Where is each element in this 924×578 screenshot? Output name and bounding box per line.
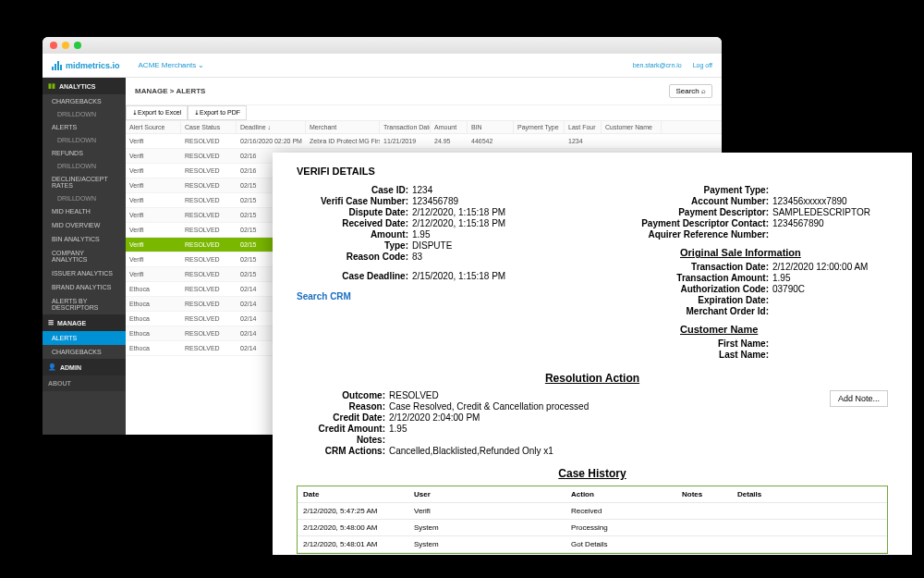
column-header[interactable]: Deadline ↓ — [237, 121, 306, 133]
sidebar-item[interactable]: DRILLDOWN — [43, 160, 126, 172]
table-cell: RESOLVED — [181, 341, 237, 355]
column-header[interactable]: Transaction Date — [380, 121, 431, 133]
original-sale-heading: Original Sale Information — [680, 247, 888, 258]
column-header[interactable]: Alert Source — [126, 121, 181, 133]
payment-type-value — [772, 185, 888, 195]
sidebar-item[interactable]: COMPANY ANALYTICS — [43, 246, 126, 266]
last-name-label: Last Name: — [615, 350, 772, 360]
history-cell: Got Details — [565, 536, 676, 552]
table-cell: Verifi — [126, 252, 181, 266]
table-cell: RESOLVED — [181, 297, 237, 311]
column-header[interactable]: Customer Name — [602, 121, 662, 133]
history-row[interactable]: 2/12/2020, 5:48:00 AMSystemProcessing — [298, 520, 887, 536]
column-header[interactable]: Last Four — [565, 121, 602, 133]
table-cell: RESOLVED — [181, 282, 237, 296]
transaction-date-label: Transaction Date: — [615, 262, 772, 272]
last-name-value — [772, 350, 888, 360]
table-cell: Verifi — [126, 164, 181, 178]
logoff-link[interactable]: Log off — [693, 62, 712, 68]
history-cell: Processing — [565, 520, 676, 535]
payment-descriptor-contact-label: Payment Descriptor Contact: — [615, 218, 772, 228]
table-cell: RESOLVED — [181, 134, 237, 148]
history-cell: Verifi — [408, 503, 565, 519]
search-button[interactable]: Search ⌕ — [669, 84, 712, 98]
main-header: MANAGE > ALERTS Search ⌕ — [126, 78, 722, 105]
sidebar-item[interactable]: REFUNDS — [43, 146, 126, 160]
sidebar-item[interactable]: DRILLDOWN — [43, 134, 126, 146]
table-cell: RESOLVED — [181, 193, 237, 207]
amount-value: 1.95 — [412, 229, 569, 240]
history-cell — [676, 503, 732, 519]
detail-right-column: Payment Type: Account Number:123456xxxxx… — [569, 184, 888, 361]
export-row: ⤓Export to Excel ⤓Export to PDF — [126, 105, 722, 121]
sidebar-section-analytics[interactable]: ▮▮ ANALYTICS — [43, 78, 126, 94]
history-cell: 2/12/2020, 5:48:00 AM — [298, 520, 408, 535]
maximize-icon[interactable] — [74, 42, 81, 49]
authorization-code-value: 03790C — [772, 284, 888, 294]
account-switcher[interactable]: ACME Merchants ⌄ — [139, 61, 205, 69]
column-header[interactable]: Merchant — [306, 121, 380, 133]
export-excel-button[interactable]: ⤓Export to Excel — [126, 105, 188, 120]
history-column-header: Details — [732, 486, 787, 502]
sidebar-section-about[interactable]: ABOUT — [43, 375, 126, 391]
close-icon[interactable] — [50, 42, 57, 49]
verifi-case-number-value: 123456789 — [412, 196, 569, 206]
history-cell — [732, 536, 787, 552]
sidebar-item[interactable]: BRAND ANALYTICS — [43, 280, 126, 294]
table-cell: 11/21/2019 — [380, 134, 431, 148]
export-pdf-button[interactable]: ⤓Export to PDF — [188, 105, 247, 120]
dispute-date-label: Dispute Date: — [297, 207, 412, 217]
received-date-value: 2/12/2020, 1:15:18 PM — [412, 218, 569, 228]
sidebar-item[interactable]: BIN ANALYTICS — [43, 232, 126, 246]
admin-icon: 👤 — [48, 363, 56, 371]
sidebar-item[interactable]: CHARGEBACKS — [43, 94, 126, 108]
table-cell: Verifi — [126, 178, 181, 192]
column-header[interactable]: Case Status — [181, 121, 237, 133]
brand-text: midmetrics.io — [66, 61, 120, 70]
payment-descriptor-value: SAMPLEDESCRIPTOR — [772, 207, 888, 217]
sidebar-item[interactable]: DRILLDOWN — [43, 108, 126, 120]
table-cell: 446542 — [468, 134, 514, 148]
table-row[interactable]: VerifiRESOLVED02/16/2020 02:20 PMZebra I… — [126, 134, 722, 149]
first-name-value — [772, 338, 888, 349]
history-cell: 2/12/2020, 5:47:25 AM — [298, 503, 408, 519]
table-cell: Verifi — [126, 223, 181, 237]
add-note-button[interactable]: Add Note... — [830, 390, 888, 407]
sidebar-section-admin[interactable]: 👤 ADMIN — [43, 359, 126, 375]
history-row[interactable]: 2/12/2020, 5:48:01 AMSystemGot Details — [298, 536, 887, 553]
brand-logo[interactable]: midmetrics.io — [52, 61, 120, 70]
column-header[interactable]: BIN — [468, 121, 514, 133]
sidebar-item[interactable]: MID HEALTH — [43, 204, 126, 218]
minimize-icon[interactable] — [62, 42, 69, 49]
dispute-date-value: 2/12/2020, 1:15:18 PM — [412, 207, 569, 217]
expiration-date-value — [772, 295, 888, 305]
payment-descriptor-label: Payment Descriptor: — [615, 207, 772, 217]
first-name-label: First Name: — [615, 338, 772, 349]
column-header[interactable]: Amount — [431, 121, 468, 133]
table-cell: RESOLVED — [181, 312, 237, 326]
credit-date-value: 2/12/2020 2:04:00 PM — [389, 412, 888, 423]
column-header[interactable]: Payment Type — [514, 121, 565, 133]
account-number-value: 123456xxxxx7890 — [772, 196, 888, 206]
account-number-label: Account Number: — [615, 196, 772, 206]
search-crm-link[interactable]: Search CRM — [297, 291, 351, 301]
sidebar-item[interactable]: ISSUER ANALYTICS — [43, 266, 126, 280]
history-row[interactable]: 2/12/2020, 5:47:25 AMVerifiReceived — [298, 503, 887, 520]
sidebar-item[interactable]: DECLINE/ACCEPT RATES — [43, 172, 126, 192]
table-cell: RESOLVED — [181, 252, 237, 266]
sidebar-item[interactable]: CHARGEBACKS — [43, 345, 126, 359]
sidebar-item[interactable]: ALERTS — [43, 331, 126, 345]
sidebar-item[interactable]: MID OVERVIEW — [43, 218, 126, 232]
customer-name-heading: Customer Name — [680, 324, 888, 335]
sidebar-item[interactable]: ALERTS BY DESCRIPTORS — [43, 294, 126, 314]
table-cell: Ethoca — [126, 326, 181, 340]
history-table: DateUserActionNotesDetails 2/12/2020, 5:… — [297, 486, 888, 554]
sidebar-section-manage[interactable]: ☰ MANAGE — [43, 314, 126, 331]
user-link[interactable]: ben.stark@crn.io — [633, 62, 682, 68]
sidebar-item[interactable]: DRILLDOWN — [43, 192, 126, 204]
history-cell — [676, 520, 732, 535]
credit-amount-value: 1.95 — [389, 424, 888, 434]
reason-label: Reason: — [297, 401, 389, 412]
sidebar-item[interactable]: ALERTS — [43, 120, 126, 134]
case-id-label: Case ID: — [297, 185, 412, 195]
